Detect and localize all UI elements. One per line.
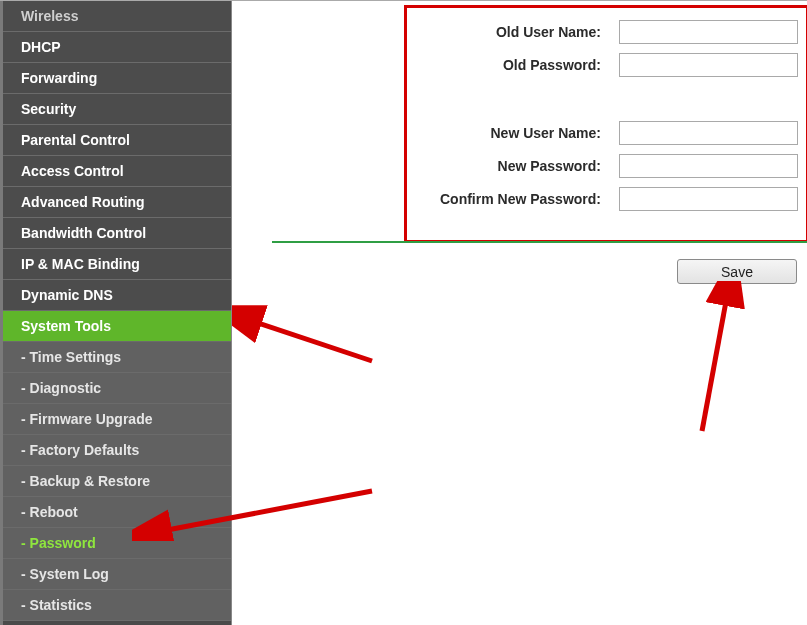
sidebar-item-ip-mac-binding[interactable]: IP & MAC Binding — [3, 249, 231, 280]
sidebar-item-bandwidth-control[interactable]: Bandwidth Control — [3, 218, 231, 249]
sidebar-subitem-time-settings[interactable]: - Time Settings — [3, 342, 231, 373]
confirm-password-label: Confirm New Password: — [415, 191, 619, 207]
old-username-input[interactable] — [619, 20, 798, 44]
annotation-arrow-save — [682, 281, 762, 441]
sidebar-item-dhcp[interactable]: DHCP — [3, 32, 231, 63]
sidebar-subitem-statistics[interactable]: - Statistics — [3, 590, 231, 621]
new-password-label: New Password: — [415, 158, 619, 174]
password-form-highlight-box: Old User Name: Old Password: New User Na… — [404, 5, 807, 243]
sidebar-item-access-control[interactable]: Access Control — [3, 156, 231, 187]
old-password-input[interactable] — [619, 53, 798, 77]
svg-line-0 — [252, 321, 372, 361]
sidebar-item-wireless[interactable]: Wireless — [3, 1, 231, 32]
old-username-label: Old User Name: — [415, 24, 619, 40]
confirm-password-input[interactable] — [619, 187, 798, 211]
sidebar-item-dynamic-dns[interactable]: Dynamic DNS — [3, 280, 231, 311]
sidebar-subitem-password[interactable]: - Password — [3, 528, 231, 559]
annotation-arrow-system-tools — [232, 301, 402, 371]
new-username-input[interactable] — [619, 121, 798, 145]
app-root: WirelessDHCPForwardingSecurityParental C… — [0, 0, 807, 625]
section-divider — [272, 241, 807, 243]
svg-line-2 — [702, 296, 727, 431]
new-username-label: New User Name: — [415, 125, 619, 141]
old-password-label: Old Password: — [415, 57, 619, 73]
save-row: Save — [677, 259, 797, 284]
sidebar-item-parental-control[interactable]: Parental Control — [3, 125, 231, 156]
sidebar-subitem-firmware-upgrade[interactable]: - Firmware Upgrade — [3, 404, 231, 435]
sidebar-subitem-system-log[interactable]: - System Log — [3, 559, 231, 590]
sidebar-subitem-reboot[interactable]: - Reboot — [3, 497, 231, 528]
sidebar-item-advanced-routing[interactable]: Advanced Routing — [3, 187, 231, 218]
sidebar-nav: WirelessDHCPForwardingSecurityParental C… — [0, 1, 232, 625]
sidebar-item-forwarding[interactable]: Forwarding — [3, 63, 231, 94]
sidebar-subitem-backup-restore[interactable]: - Backup & Restore — [3, 466, 231, 497]
content-pane: Old User Name: Old Password: New User Na… — [232, 1, 807, 625]
sidebar-item-system-tools[interactable]: System Tools — [3, 311, 231, 342]
save-button[interactable]: Save — [677, 259, 797, 284]
new-password-input[interactable] — [619, 154, 798, 178]
sidebar-item-security[interactable]: Security — [3, 94, 231, 125]
sidebar-subitem-diagnostic[interactable]: - Diagnostic — [3, 373, 231, 404]
sidebar-subitem-factory-defaults[interactable]: - Factory Defaults — [3, 435, 231, 466]
